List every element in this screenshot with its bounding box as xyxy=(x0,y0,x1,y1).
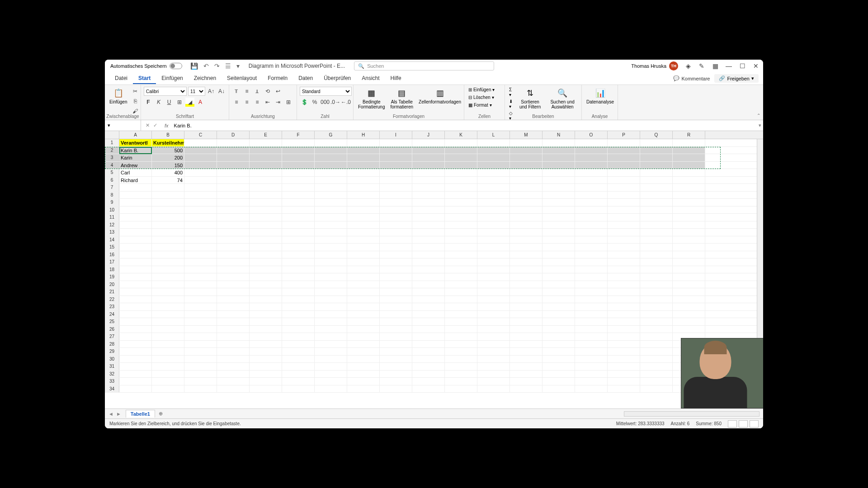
cell-Q26[interactable] xyxy=(640,326,673,333)
sheet-tab-active[interactable]: Tabelle1 xyxy=(126,410,155,418)
cell-F18[interactable] xyxy=(282,266,315,273)
cell-B27[interactable] xyxy=(152,333,184,340)
cell-L11[interactable] xyxy=(477,214,510,221)
cell-F30[interactable] xyxy=(282,356,315,363)
cell-A1[interactable]: Verantwortl xyxy=(119,139,152,146)
cell-J23[interactable] xyxy=(412,303,445,310)
cell-G4[interactable] xyxy=(315,162,347,169)
cell-L3[interactable] xyxy=(477,154,510,161)
cell-E13[interactable] xyxy=(250,229,282,236)
cell-G23[interactable] xyxy=(315,303,347,310)
cell-C31[interactable] xyxy=(184,363,217,370)
row-header-10[interactable]: 10 xyxy=(105,206,119,214)
cell-F15[interactable] xyxy=(282,244,315,251)
cell-I13[interactable] xyxy=(380,229,412,236)
cell-D4[interactable] xyxy=(217,162,250,169)
cell-P15[interactable] xyxy=(608,244,640,251)
tab-formeln[interactable]: Formeln xyxy=(262,73,293,84)
cell-P21[interactable] xyxy=(608,288,640,296)
save-icon[interactable]: 💾 xyxy=(190,62,198,70)
cell-P30[interactable] xyxy=(608,356,640,363)
cell-B8[interactable] xyxy=(152,192,184,199)
sheet-nav-next-icon[interactable]: ► xyxy=(116,411,121,417)
cell-D19[interactable] xyxy=(217,273,250,281)
cell-H7[interactable] xyxy=(347,184,380,191)
cell-B2[interactable]: 500 xyxy=(152,147,184,154)
row-header-31[interactable]: 31 xyxy=(105,363,119,370)
cell-M3[interactable] xyxy=(510,154,542,161)
cell-K12[interactable] xyxy=(445,221,477,229)
cell-G16[interactable] xyxy=(315,251,347,258)
cell-E6[interactable] xyxy=(250,177,282,184)
cell-D16[interactable] xyxy=(217,251,250,258)
format-as-table-button[interactable]: ▤Als Tabelle formatieren xyxy=(388,87,415,110)
cell-B23[interactable] xyxy=(152,303,184,310)
cell-C28[interactable] xyxy=(184,341,217,348)
cell-A18[interactable] xyxy=(119,266,152,273)
cell-Q34[interactable] xyxy=(640,385,673,393)
tab-start[interactable]: Start xyxy=(133,73,156,84)
cell-N28[interactable] xyxy=(542,341,575,348)
cell-B20[interactable] xyxy=(152,281,184,288)
cell-C23[interactable] xyxy=(184,303,217,310)
cell-O5[interactable] xyxy=(575,169,608,176)
cell-H25[interactable] xyxy=(347,318,380,325)
cell-Q6[interactable] xyxy=(640,177,673,184)
cell-N10[interactable] xyxy=(542,206,575,214)
column-header-I[interactable]: I xyxy=(380,131,412,139)
cell-N9[interactable] xyxy=(542,199,575,206)
row-header-24[interactable]: 24 xyxy=(105,311,119,318)
cell-C34[interactable] xyxy=(184,385,217,393)
cell-E1[interactable] xyxy=(250,139,282,146)
cell-N1[interactable] xyxy=(542,139,575,146)
cell-A31[interactable] xyxy=(119,363,152,370)
cell-F32[interactable] xyxy=(282,371,315,378)
cell-K6[interactable] xyxy=(445,177,477,184)
cell-H5[interactable] xyxy=(347,169,380,176)
cell-R25[interactable] xyxy=(673,318,705,325)
cell-H4[interactable] xyxy=(347,162,380,169)
bold-icon[interactable]: F xyxy=(144,98,153,107)
cell-H19[interactable] xyxy=(347,273,380,281)
row-header-14[interactable]: 14 xyxy=(105,236,119,244)
cell-A34[interactable] xyxy=(119,385,152,393)
cell-F29[interactable] xyxy=(282,348,315,355)
cell-Q25[interactable] xyxy=(640,318,673,325)
cell-N32[interactable] xyxy=(542,371,575,378)
row-header-21[interactable]: 21 xyxy=(105,288,119,296)
row-header-28[interactable]: 28 xyxy=(105,341,119,348)
cell-H14[interactable] xyxy=(347,236,380,244)
cell-M31[interactable] xyxy=(510,363,542,370)
cell-C19[interactable] xyxy=(184,273,217,281)
cell-K7[interactable] xyxy=(445,184,477,191)
row-header-19[interactable]: 19 xyxy=(105,273,119,281)
cell-J28[interactable] xyxy=(412,341,445,348)
cell-O11[interactable] xyxy=(575,214,608,221)
cell-C29[interactable] xyxy=(184,348,217,355)
column-header-P[interactable]: P xyxy=(608,131,640,139)
cell-L4[interactable] xyxy=(477,162,510,169)
cell-L7[interactable] xyxy=(477,184,510,191)
cell-F10[interactable] xyxy=(282,206,315,214)
cell-C5[interactable] xyxy=(184,169,217,176)
cell-E24[interactable] xyxy=(250,311,282,318)
cell-O4[interactable] xyxy=(575,162,608,169)
cell-G25[interactable] xyxy=(315,318,347,325)
cell-R4[interactable] xyxy=(673,162,705,169)
cell-R23[interactable] xyxy=(673,303,705,310)
cell-M14[interactable] xyxy=(510,236,542,244)
cell-Q29[interactable] xyxy=(640,348,673,355)
cell-E26[interactable] xyxy=(250,326,282,333)
cell-N12[interactable] xyxy=(542,221,575,229)
row-header-5[interactable]: 5 xyxy=(105,169,119,176)
cell-N4[interactable] xyxy=(542,162,575,169)
cell-K32[interactable] xyxy=(445,371,477,378)
cell-R10[interactable] xyxy=(673,206,705,214)
cell-B24[interactable] xyxy=(152,311,184,318)
row-header-12[interactable]: 12 xyxy=(105,221,119,229)
cell-C14[interactable] xyxy=(184,236,217,244)
cell-A27[interactable] xyxy=(119,333,152,340)
page-break-view-button[interactable] xyxy=(750,420,759,427)
cell-A29[interactable] xyxy=(119,348,152,355)
cell-B33[interactable] xyxy=(152,378,184,385)
